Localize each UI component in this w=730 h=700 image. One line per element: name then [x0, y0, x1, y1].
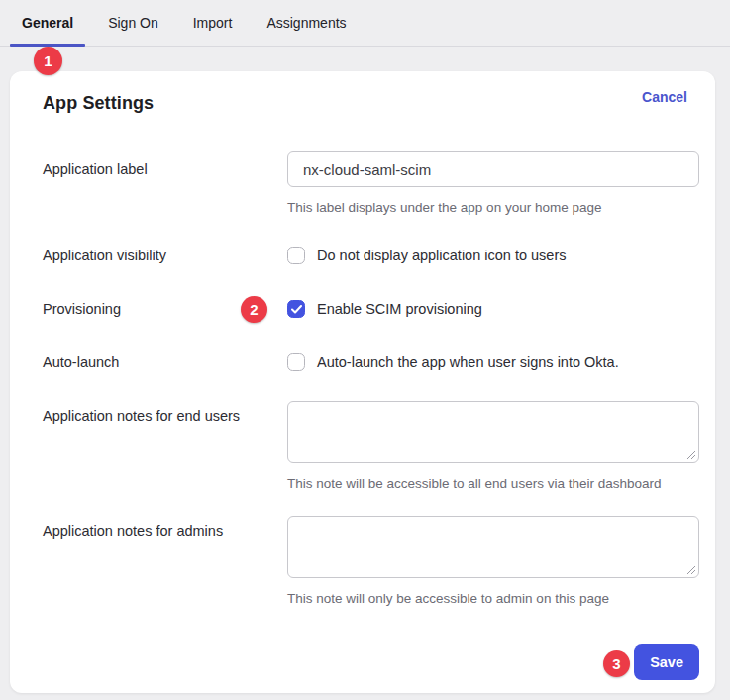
auto-launch-checkbox-label[interactable]: Auto-launch the app when user signs into…	[317, 353, 619, 371]
scim-provisioning-checkbox-label[interactable]: Enable SCIM provisioning	[317, 300, 482, 318]
tab-general[interactable]: General	[10, 0, 85, 46]
application-label-help: This label displays under the app on you…	[287, 199, 699, 216]
app-tab-bar: General Sign On Import Assignments	[0, 0, 730, 47]
tab-sign-on[interactable]: Sign On	[96, 0, 170, 46]
card-header: App Settings Cancel	[33, 93, 699, 114]
visibility-checkbox[interactable]	[287, 247, 305, 264]
cancel-link[interactable]: Cancel	[642, 89, 687, 105]
app-settings-card: App Settings Cancel Application label Th…	[10, 71, 715, 693]
card-footer: Save	[33, 644, 699, 680]
tab-assignments[interactable]: Assignments	[255, 0, 358, 46]
row-auto-launch: Auto-launch Auto-launch the app when use…	[33, 353, 699, 371]
notes-admins-label: Application notes for admins	[43, 516, 287, 607]
notes-admins-help: This note will only be accessible to adm…	[287, 590, 699, 607]
save-button[interactable]: Save	[634, 644, 699, 680]
application-label-input[interactable]	[287, 151, 699, 187]
app-settings-form: Application label This label displays un…	[33, 151, 699, 680]
row-application-label: Application label This label displays un…	[33, 151, 699, 216]
row-application-visibility: Application visibility Do not display ap…	[33, 247, 699, 264]
step-badge-2: 2	[241, 296, 267, 323]
auto-launch-label: Auto-launch	[43, 353, 287, 371]
auto-launch-checkbox[interactable]	[287, 353, 305, 371]
notes-end-users-textarea[interactable]	[287, 401, 699, 463]
visibility-checkbox-label[interactable]: Do not display application icon to users	[317, 247, 566, 264]
page-title: App Settings	[43, 93, 154, 114]
application-label-label: Application label	[43, 151, 287, 216]
notes-end-users-help: This note will be accessible to all end …	[287, 475, 699, 492]
tab-import[interactable]: Import	[181, 0, 245, 46]
step-badge-3: 3	[603, 650, 630, 677]
application-visibility-label: Application visibility	[43, 247, 287, 264]
check-icon	[291, 305, 302, 314]
notes-admins-textarea[interactable]	[287, 516, 699, 578]
scim-provisioning-checkbox[interactable]	[287, 300, 305, 318]
step-badge-1: 1	[34, 47, 62, 75]
row-provisioning: Provisioning Enable SCIM provisioning	[33, 300, 699, 318]
row-notes-admins: Application notes for admins This note w…	[33, 516, 699, 607]
notes-end-users-label: Application notes for end users	[43, 401, 287, 492]
row-notes-end-users: Application notes for end users This not…	[33, 401, 699, 492]
